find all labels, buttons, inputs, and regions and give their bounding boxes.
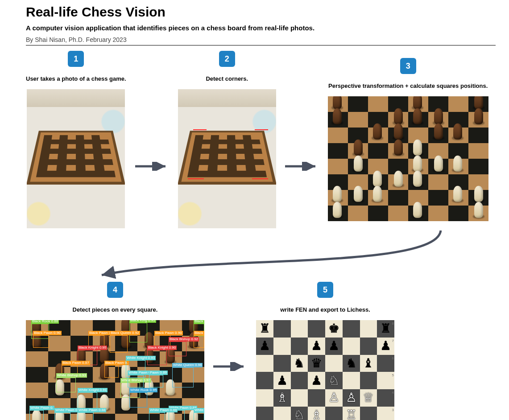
arrow-1-2 xyxy=(134,162,170,171)
detection-box: White Rook 0.95 xyxy=(129,392,147,408)
arrow-2-3 xyxy=(284,162,320,171)
detection-box: White Queen 0.96 xyxy=(172,367,194,387)
detection-box: White Pawn 0.88 xyxy=(54,412,70,420)
detection-box: Black Pawn 0.90 xyxy=(33,335,49,348)
step-caption-2: Detect corners. xyxy=(206,71,248,86)
detection-box: White Pawn 0.88 xyxy=(78,412,94,420)
page-title: Real-life Chess Vision xyxy=(26,4,496,20)
step-2: 2 Detect corners. xyxy=(178,51,276,228)
step-badge-4: 4 xyxy=(107,282,123,298)
step-badge-5: 5 xyxy=(317,282,333,298)
arrow-3-4 xyxy=(26,228,496,282)
row-steps-1-3: 1 User takes a photo of a chess game. 2 … xyxy=(26,51,496,228)
step-1-image xyxy=(27,89,125,228)
step-caption-4: Detect pieces on every square. xyxy=(73,302,158,317)
detection-box: Black Queen 0.92 xyxy=(110,335,128,353)
step-2-image xyxy=(178,89,276,228)
detection-box: White Knight 0.91 xyxy=(78,392,97,408)
detection-box: Pawn 0.89 xyxy=(149,375,163,387)
step-5-image: ♜♚♜♟♟♟♟♞♛♞♝♟♟♘♗♙♙♕♘♗♖♙♙♙♙♙♖♔ 87654321abc… xyxy=(256,320,394,420)
step-1: 1 User takes a photo of a chess game. xyxy=(26,51,126,228)
detection-box: White Pa xyxy=(194,412,204,420)
step-caption-5: write FEN and export to Lichess. xyxy=(280,302,370,317)
step-5: 5 write FEN and export to Lichess. ♜♚♜♟♟… xyxy=(256,282,394,420)
step-3-image xyxy=(328,96,488,221)
step-4-image: Black Rook 0.88Black King 0.91Black Rook… xyxy=(26,320,204,420)
byline: By Shai Nisan, Ph.D. February 2023 xyxy=(26,36,496,45)
step-3: 3 Perspective transformation + calculate… xyxy=(328,58,488,221)
step-caption-3: Perspective transformation + calculate s… xyxy=(328,78,488,93)
step-caption-1: User takes a photo of a chess game. xyxy=(26,71,126,86)
page-subtitle: A computer vision application that ident… xyxy=(26,24,496,32)
step-4: 4 Detect pieces on every square. Black R… xyxy=(26,282,204,420)
step-badge-2: 2 xyxy=(219,51,235,67)
row-steps-4-5: 4 Detect pieces on every square. Black R… xyxy=(26,282,496,420)
step-badge-1: 1 xyxy=(68,51,84,67)
detection-box: Black Pawn 0. xyxy=(104,365,119,378)
arrow-4-5 xyxy=(212,362,248,371)
detection-box: White Pawn 0.89 xyxy=(128,375,144,387)
step-badge-3: 3 xyxy=(400,58,416,74)
detection-box: White Pawn 0. xyxy=(29,410,44,420)
detection-box: White Bishop 0.93 xyxy=(56,378,76,393)
detection-box: White Pawn 0.88 xyxy=(149,412,165,420)
